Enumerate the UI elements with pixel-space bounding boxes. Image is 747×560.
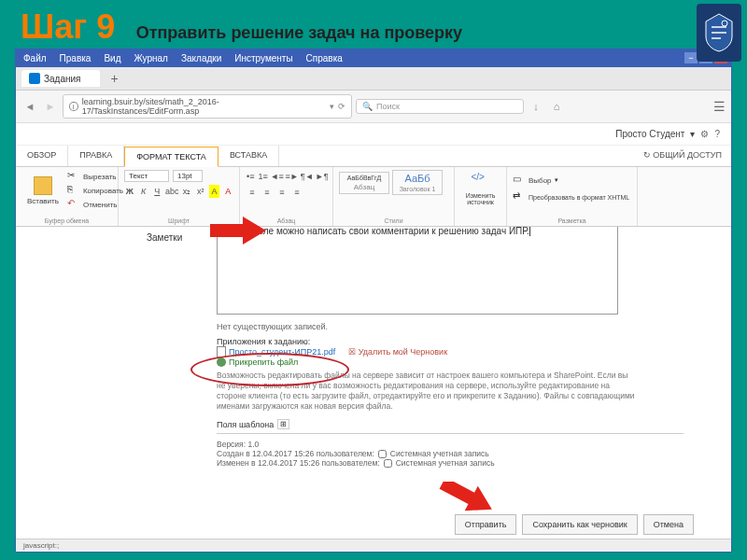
- url-input[interactable]: i learning.bsuir.by/sites/math_2_2016-17…: [63, 94, 352, 119]
- size-select[interactable]: 13pt: [173, 170, 203, 182]
- modified-row: Изменен в 12.04.2017 15:26 пользователем…: [217, 458, 712, 468]
- search-placeholder: Поиск: [376, 102, 400, 111]
- style1-button[interactable]: АаБбВвГгД Абзац: [339, 172, 389, 194]
- menu-history[interactable]: Журнал: [134, 53, 168, 63]
- font-select[interactable]: Текст: [124, 170, 169, 182]
- strike-button[interactable]: abc: [165, 185, 178, 198]
- annotation-arrow-1: [210, 217, 266, 258]
- modified-checkbox[interactable]: [384, 459, 392, 468]
- menu-tools[interactable]: Инструменты: [234, 53, 292, 63]
- align-left-button[interactable]: ≡: [246, 186, 259, 199]
- group-styles: Стили: [333, 217, 454, 224]
- menu-file[interactable]: Файл: [23, 53, 47, 63]
- new-tab-button[interactable]: +: [106, 71, 124, 86]
- menu-help[interactable]: Справка: [306, 53, 343, 63]
- browser-window: Файл Правка Вид Журнал Закладки Инструме…: [15, 49, 732, 553]
- code-icon: </>: [472, 172, 490, 190]
- delete-icon: ☒: [348, 347, 356, 357]
- copy-icon: ⎘: [67, 184, 80, 197]
- bold-button[interactable]: Ж: [124, 185, 135, 198]
- address-bar: ◄ ► i learning.bsuir.by/sites/math_2_201…: [16, 91, 731, 123]
- tab-title: Задания: [44, 74, 81, 84]
- numbering-button[interactable]: 1≡: [257, 170, 268, 183]
- step-number: Шаг 9: [21, 7, 115, 46]
- outdent-button[interactable]: ◄≡: [271, 170, 284, 183]
- undo-button[interactable]: ↶Отменить: [67, 198, 123, 211]
- notes-textarea[interactable]: В этом поле можно написать свои коммента…: [217, 227, 618, 315]
- created-checkbox[interactable]: [378, 450, 387, 458]
- justify-button[interactable]: ≡: [290, 186, 303, 199]
- tab-edit[interactable]: ПРАВКА: [68, 146, 124, 166]
- menu-edit[interactable]: Правка: [60, 53, 92, 63]
- reload-icon[interactable]: ⟳: [338, 102, 345, 111]
- university-logo: [697, 4, 741, 62]
- svg-marker-2: [437, 482, 493, 519]
- color-button[interactable]: A: [222, 185, 233, 198]
- expand-icon[interactable]: ⊞: [277, 419, 289, 429]
- menu-view[interactable]: Вид: [104, 53, 120, 63]
- delete-draft-link[interactable]: ☒ Удалить мой Черновик: [348, 347, 447, 357]
- save-draft-button[interactable]: Сохранить как черновик: [522, 514, 637, 535]
- back-button[interactable]: ◄: [21, 98, 38, 115]
- settings-icon[interactable]: ⚙: [700, 129, 709, 139]
- edit-source-button[interactable]: </> Изменить источник: [460, 170, 500, 207]
- copy-button[interactable]: ⎘Копировать: [67, 184, 123, 197]
- sharepoint-icon: [29, 73, 40, 84]
- paste-icon: [34, 176, 52, 195]
- sub-button[interactable]: x₂: [181, 185, 192, 198]
- underline-button[interactable]: Ч: [151, 185, 162, 198]
- select-icon: ▭: [513, 174, 526, 187]
- indent-button[interactable]: ≡►: [286, 170, 299, 183]
- group-markup: Разметка: [507, 217, 637, 224]
- version-text: Версия: 1.0: [217, 440, 712, 449]
- forward-button[interactable]: ►: [42, 98, 59, 115]
- convert-button[interactable]: ⇄Преобразовать в формат XHTML: [513, 190, 631, 203]
- search-input[interactable]: 🔍 Поиск: [356, 99, 524, 114]
- bullets-button[interactable]: •≡: [246, 170, 255, 183]
- paste-button[interactable]: Вставить: [21, 175, 64, 207]
- tab-insert[interactable]: ВСТАВКА: [218, 146, 279, 166]
- align-center-button[interactable]: ≡: [261, 186, 274, 199]
- cancel-button[interactable]: Отмена: [643, 514, 694, 535]
- menu-icon[interactable]: ☰: [713, 99, 726, 114]
- svg-marker-1: [210, 217, 266, 245]
- convert-icon: ⇄: [513, 190, 526, 203]
- status-bar: javascript:;: [16, 539, 731, 552]
- ribbon-tabs: ОБЗОР ПРАВКА ФОРМАТ ТЕКСТА ВСТАВКА ↻ ОБЩ…: [16, 146, 731, 167]
- share-button[interactable]: ↻ ОБЩИЙ ДОСТУП: [643, 150, 722, 160]
- style2-button[interactable]: АаБб Заголовок 1: [392, 170, 443, 195]
- user-bar: Просто Студент ▾ ⚙ ?: [16, 123, 731, 146]
- user-dropdown-icon[interactable]: ▾: [690, 129, 695, 139]
- tab-overview[interactable]: ОБЗОР: [16, 146, 68, 166]
- slide-title: Шаг 9 Отправить решение задач на проверк…: [21, 7, 462, 47]
- user-name[interactable]: Просто Студент: [615, 129, 684, 139]
- help-icon[interactable]: ?: [714, 129, 720, 139]
- downloads-icon[interactable]: ↓: [528, 98, 544, 115]
- align-right-button[interactable]: ≡: [275, 186, 289, 199]
- cut-button[interactable]: ✂Вырезать: [67, 170, 123, 183]
- tab-bar: Задания +: [16, 67, 731, 91]
- template-fields-label: Поля шаблона ⊞: [217, 419, 712, 429]
- dropdown-icon[interactable]: ▾: [330, 102, 334, 111]
- group-clipboard: Буфер обмена: [16, 217, 118, 224]
- minimize-button[interactable]: −: [684, 52, 698, 63]
- highlight-button[interactable]: A: [209, 185, 220, 198]
- step-subtitle: Отправить решение задач на проверку: [136, 23, 462, 42]
- ltr-button[interactable]: ¶◄: [301, 170, 314, 183]
- divider: [217, 433, 684, 434]
- info-icon: i: [69, 102, 78, 111]
- annotation-arrow-2: [437, 482, 493, 523]
- no-records-text: Нет существующих записей.: [217, 322, 712, 331]
- sup-button[interactable]: x²: [195, 185, 206, 198]
- home-icon[interactable]: ⌂: [548, 98, 565, 115]
- rtl-button[interactable]: ►¶: [316, 170, 329, 183]
- menu-bookmarks[interactable]: Закладки: [181, 53, 221, 63]
- select-button[interactable]: ▭Выбор▾: [513, 174, 631, 187]
- search-icon: 🔍: [362, 102, 373, 111]
- undo-icon: ↶: [67, 198, 80, 211]
- share-icon: ↻: [643, 150, 651, 160]
- browser-tab[interactable]: Задания: [21, 70, 100, 87]
- form-body: Заметки В этом поле можно написать свои …: [16, 227, 731, 552]
- italic-button[interactable]: К: [138, 185, 149, 198]
- tab-text-format[interactable]: ФОРМАТ ТЕКСТА: [124, 147, 218, 167]
